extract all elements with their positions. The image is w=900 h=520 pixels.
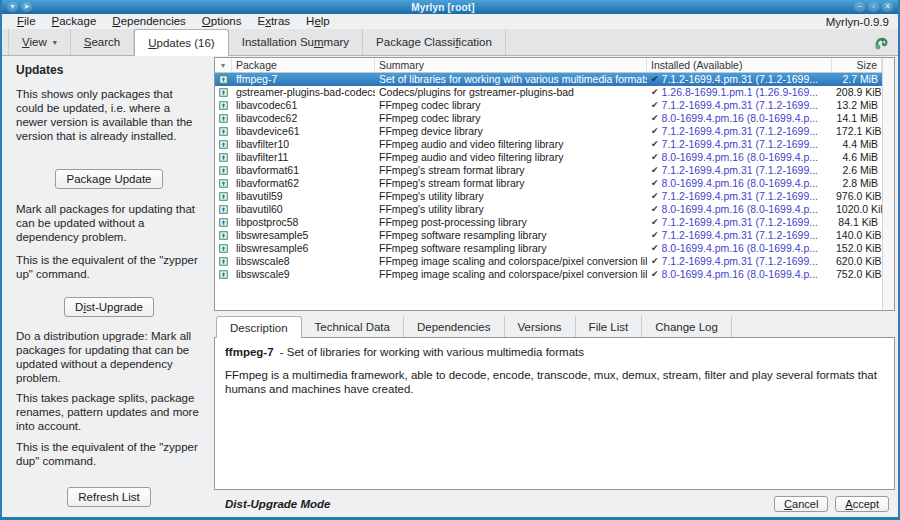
version-text: 8.0-1699.4.pm.16 (8.0-1699.4.p...: [662, 203, 818, 216]
table-row[interactable]: libavcodec62 FFmpeg codec library ✔ 8.0-…: [215, 112, 882, 125]
package-update-status-icon: [219, 269, 228, 280]
sidebar-paragraph: This shows only packages that could be u…: [16, 87, 202, 143]
package-update-button[interactable]: Package Update: [55, 169, 162, 189]
menu-dependencies[interactable]: Dependencies: [104, 14, 194, 29]
check-icon: ✔: [651, 125, 659, 138]
view-dropdown-button[interactable]: View ▾: [8, 29, 71, 55]
table-row[interactable]: libswscale9 FFmpeg image scaling and col…: [215, 268, 882, 281]
table-scrollbar[interactable]: [882, 58, 894, 310]
close-icon[interactable]: ✕: [882, 2, 893, 12]
sidebar-paragraph: This takes package splits, package renam…: [16, 391, 202, 433]
version-text: 7.1.2-1699.4.pm.31 (7.1.2-1699...: [662, 229, 818, 242]
menu-extras[interactable]: Extras: [250, 14, 299, 29]
check-icon: ✔: [651, 216, 659, 229]
cancel-button[interactable]: Cancel: [774, 496, 828, 512]
installed-version-cell: ✔ 7.1.2-1699.4.pm.31 (7.1.2-1699...: [647, 138, 832, 151]
window-title: Myrlyn [root]: [32, 2, 854, 13]
tab-technical-data[interactable]: Technical Data: [302, 316, 404, 337]
installed-version-cell: ✔ 8.0-1699.4.pm.16 (8.0-1699.4.p...: [647, 242, 832, 255]
sidebar-paragraph: Do a distribution upgrade: Mark all pack…: [16, 329, 202, 385]
table-row[interactable]: libpostproc58 FFmpeg post-processing lib…: [215, 216, 882, 229]
package-size-cell: 152.0 KiB: [832, 242, 882, 255]
tab-file-list[interactable]: File List: [576, 316, 643, 337]
row-status-cell: [215, 269, 232, 280]
menu-options[interactable]: Options: [194, 14, 250, 29]
minimize-icon[interactable]: −: [854, 2, 865, 12]
table-row[interactable]: libavutil60 FFmpeg's utility library ✔ 8…: [215, 203, 882, 216]
table-row[interactable]: libswresample5 FFmpeg software resamplin…: [215, 229, 882, 242]
check-icon: ✔: [651, 177, 659, 190]
status-column-header[interactable]: ▾: [215, 58, 232, 72]
sort-desc-icon: ▾: [221, 61, 225, 70]
table-row[interactable]: libswscale8 FFmpeg image scaling and col…: [215, 255, 882, 268]
footer-bar: Dist-Upgrade Mode Cancel Accept: [2, 490, 898, 517]
table-row[interactable]: libavformat61 FFmpeg's stream format lib…: [215, 164, 882, 177]
window-menu-icon[interactable]: ▾: [7, 2, 18, 12]
installed-version-cell: ✔ 7.1.2-1699.4.pm.31 (7.1.2-1699...: [647, 125, 832, 138]
package-size-cell: 2.8 MiB: [832, 177, 882, 190]
menu-package[interactable]: Package: [44, 14, 105, 29]
maximize-icon[interactable]: ▫: [868, 2, 879, 12]
package-update-status-icon: [219, 230, 228, 241]
package-name-cell: libavcodec61: [232, 99, 375, 112]
menu-help[interactable]: Help: [298, 14, 338, 29]
package-table: ▾ Package Summary Installed (Available) …: [215, 58, 882, 310]
table-row[interactable]: libavdevice61 FFmpeg device library ✔ 7.…: [215, 125, 882, 138]
dist-upgrade-button[interactable]: Dist-Upgrade: [64, 297, 154, 317]
package-summary-cell: FFmpeg post-processing library: [375, 216, 647, 229]
version-text: 8.0-1699.4.pm.16 (8.0-1699.4.p...: [662, 112, 818, 125]
tab-updates[interactable]: Updates (16): [134, 29, 229, 56]
table-row[interactable]: libavutil59 FFmpeg's utility library ✔ 7…: [215, 190, 882, 203]
package-column-header[interactable]: Package: [232, 58, 375, 72]
installed-version-cell: ✔ 8.0-1699.4.pm.16 (8.0-1699.4.p...: [647, 151, 832, 164]
table-row[interactable]: ffmpeg-7 Set of libraries for working wi…: [215, 73, 882, 86]
table-row[interactable]: libavcodec61 FFmpeg codec library ✔ 7.1.…: [215, 99, 882, 112]
summary-column-header[interactable]: Summary: [375, 58, 647, 72]
tab-change-log[interactable]: Change Log: [642, 316, 732, 337]
version-text: 8.0-1699.4.pm.16 (8.0-1699.4.p...: [662, 242, 818, 255]
tab-description[interactable]: Description: [216, 316, 302, 338]
installed-version-cell: ✔ 7.1.2-1699.4.pm.31 (7.1.2-1699...: [647, 229, 832, 242]
row-status-cell: [215, 204, 232, 215]
package-summary-cell: FFmpeg image scaling and colorspace/pixe…: [375, 268, 647, 281]
package-update-status-icon: [219, 152, 228, 163]
table-row[interactable]: libavformat62 FFmpeg's stream format lib…: [215, 177, 882, 190]
chevron-down-icon: ▾: [53, 38, 57, 47]
installed-version-cell: ✔ 7.1.2-1699.4.pm.31 (7.1.2-1699...: [647, 190, 832, 203]
app-version-label: Myrlyn-0.9.9: [826, 16, 891, 28]
package-update-status-icon: [219, 87, 228, 98]
pin-icon[interactable]: ➤: [21, 2, 32, 12]
package-table-panel: ▾ Package Summary Installed (Available) …: [214, 57, 895, 311]
installed-version-cell: ✔ 8.0-1699.4.pm.16 (8.0-1699.4.p...: [647, 203, 832, 216]
table-row[interactable]: libavfilter10 FFmpeg audio and video fil…: [215, 138, 882, 151]
table-row[interactable]: libswresample6 FFmpeg software resamplin…: [215, 242, 882, 255]
package-name-cell: libavcodec62: [232, 112, 375, 125]
titlebar[interactable]: ▾ ➤ Myrlyn [root] − ▫ ✕: [2, 0, 898, 14]
tab-dependencies[interactable]: Dependencies: [404, 316, 505, 337]
tab-search[interactable]: Search: [71, 29, 134, 55]
package-size-cell: 4.6 MiB: [832, 151, 882, 164]
tab-versions[interactable]: Versions: [505, 316, 576, 337]
check-icon: ✔: [651, 268, 659, 281]
package-summary-cell: Codecs/plugins for gstreamer-plugins-bad: [375, 86, 647, 99]
menu-file[interactable]: File: [9, 14, 44, 29]
row-status-cell: [215, 139, 232, 150]
accept-button[interactable]: Accept: [835, 496, 889, 512]
tab-package-classification[interactable]: Package Classification: [363, 29, 506, 55]
version-text: 7.1.2-1699.4.pm.31 (7.1.2-1699...: [662, 99, 818, 112]
row-status-cell: [215, 87, 232, 98]
table-row[interactable]: libavfilter11 FFmpeg audio and video fil…: [215, 151, 882, 164]
package-name-cell: gstreamer-plugins-bad-codecs: [232, 86, 375, 99]
row-status-cell: [215, 230, 232, 241]
package-update-status-icon: [219, 191, 228, 202]
package-summary-cell: FFmpeg software resampling library: [375, 242, 647, 255]
version-text: 8.0-1699.4.pm.16 (8.0-1699.4.p...: [662, 177, 818, 190]
row-status-cell: [215, 217, 232, 228]
package-summary-cell: FFmpeg codec library: [375, 99, 647, 112]
installed-column-header[interactable]: Installed (Available): [647, 58, 832, 72]
package-size-cell: 2.6 MiB: [832, 164, 882, 177]
table-row[interactable]: gstreamer-plugins-bad-codecs Codecs/plug…: [215, 86, 882, 99]
tab-installation-summary[interactable]: Installation Summary: [229, 29, 363, 55]
package-size-cell: 208.9 KiB: [832, 86, 882, 99]
size-column-header[interactable]: Size: [832, 58, 882, 72]
